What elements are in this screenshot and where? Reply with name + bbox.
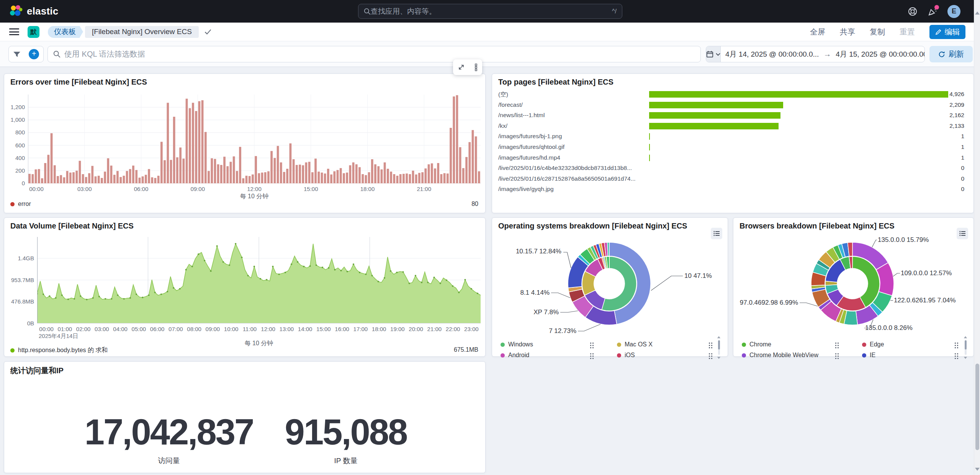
error-bar[interactable] <box>170 160 172 183</box>
date-picker-button[interactable] <box>706 46 721 62</box>
page-scrollbar[interactable] <box>974 0 980 475</box>
error-bar[interactable] <box>286 169 288 183</box>
error-bar[interactable] <box>179 147 182 183</box>
legend-actions-icon[interactable] <box>835 353 839 359</box>
error-bar[interactable] <box>38 169 40 183</box>
error-bar[interactable] <box>421 172 424 183</box>
error-bar[interactable] <box>393 174 395 183</box>
share-button[interactable]: 共享 <box>840 27 855 37</box>
error-bar[interactable] <box>66 171 69 183</box>
sunburst-slice[interactable] <box>607 242 609 256</box>
legend-item[interactable]: IE <box>862 352 875 359</box>
error-bar[interactable] <box>346 173 348 183</box>
error-bar[interactable] <box>126 171 128 183</box>
table-row[interactable]: (空)4,926 <box>492 89 973 100</box>
error-bar[interactable] <box>28 174 31 183</box>
error-bar[interactable] <box>377 166 380 183</box>
error-bar[interactable] <box>402 174 405 183</box>
error-bar[interactable] <box>148 169 150 183</box>
error-bar[interactable] <box>399 174 402 183</box>
error-bar[interactable] <box>337 170 339 183</box>
error-bar[interactable] <box>119 177 122 183</box>
error-bar[interactable] <box>261 173 263 183</box>
error-bar[interactable] <box>35 170 37 183</box>
error-bar[interactable] <box>456 95 458 183</box>
error-bar[interactable] <box>205 132 207 183</box>
error-bar[interactable] <box>396 176 399 183</box>
error-bar[interactable] <box>167 103 169 183</box>
legend-actions-icon[interactable] <box>955 343 958 348</box>
error-bar[interactable] <box>384 162 386 183</box>
error-bar[interactable] <box>381 170 383 183</box>
error-bar[interactable] <box>223 157 226 183</box>
error-bar[interactable] <box>214 159 216 183</box>
error-bar[interactable] <box>151 177 153 183</box>
error-bar[interactable] <box>54 165 56 183</box>
legend-item[interactable]: Android <box>501 352 529 359</box>
error-bar[interactable] <box>314 158 317 183</box>
error-bar[interactable] <box>135 170 137 183</box>
error-bar[interactable] <box>324 173 326 183</box>
error-bar[interactable] <box>468 142 471 183</box>
refresh-button[interactable]: 刷新 <box>929 46 973 62</box>
error-bar[interactable] <box>79 161 81 183</box>
error-bar[interactable] <box>107 158 109 183</box>
error-bar[interactable] <box>160 142 163 183</box>
error-bar[interactable] <box>453 96 455 183</box>
error-bar[interactable] <box>349 165 351 183</box>
error-bar[interactable] <box>308 162 311 183</box>
error-bar[interactable] <box>450 128 452 183</box>
error-bar[interactable] <box>198 101 200 183</box>
error-bar[interactable] <box>69 173 72 183</box>
scrollbar-thumb[interactable] <box>975 364 979 450</box>
error-bar[interactable] <box>428 164 430 183</box>
error-bar[interactable] <box>157 176 160 183</box>
error-bar[interactable] <box>173 117 175 183</box>
filter-icon[interactable] <box>13 51 21 58</box>
error-bar[interactable] <box>186 99 188 183</box>
error-bar[interactable] <box>101 178 103 183</box>
maximize-icon[interactable] <box>458 64 465 71</box>
error-bar[interactable] <box>208 171 210 183</box>
error-bar[interactable] <box>242 178 244 183</box>
error-bar[interactable] <box>60 175 62 183</box>
error-bar[interactable] <box>290 144 292 183</box>
error-bar[interactable] <box>478 171 480 183</box>
legend-scroll-up-icon[interactable] <box>717 336 720 338</box>
error-bar[interactable] <box>330 175 332 183</box>
error-bar[interactable] <box>264 172 267 183</box>
error-bar[interactable] <box>434 168 436 183</box>
space-badge[interactable]: 默 <box>28 26 39 38</box>
error-bar[interactable] <box>63 177 65 183</box>
error-bar[interactable] <box>277 146 279 183</box>
panel-options-icon[interactable] <box>474 64 478 71</box>
error-bar[interactable] <box>85 177 87 183</box>
table-row[interactable]: /live/2025/01/16/c287152876a8a5650501a69… <box>492 174 973 184</box>
fullscreen-button[interactable]: 全屏 <box>810 27 825 37</box>
error-bar[interactable] <box>321 173 323 183</box>
error-bar[interactable] <box>299 165 301 183</box>
error-bar[interactable] <box>333 171 335 183</box>
global-search[interactable]: ^/ <box>358 4 622 19</box>
error-bar[interactable] <box>443 173 446 183</box>
table-row[interactable]: /kx/2,133 <box>492 121 973 131</box>
error-bar[interactable] <box>195 111 197 183</box>
error-bar[interactable] <box>327 169 329 183</box>
error-bar[interactable] <box>75 171 78 183</box>
error-bar[interactable] <box>273 158 276 183</box>
error-bar[interactable] <box>317 171 320 183</box>
error-bar[interactable] <box>201 100 204 183</box>
error-bar[interactable] <box>139 178 141 183</box>
error-bar[interactable] <box>362 174 364 183</box>
error-bar[interactable] <box>424 168 427 183</box>
table-row[interactable]: /images/live/gyqh.jpg0 <box>492 184 973 194</box>
edit-button[interactable]: 编辑 <box>929 25 965 39</box>
error-bar[interactable] <box>462 168 465 183</box>
menu-icon[interactable] <box>9 28 19 35</box>
error-bar[interactable] <box>437 163 439 183</box>
error-bar[interactable] <box>47 155 49 183</box>
error-bar[interactable] <box>368 172 370 183</box>
error-bar[interactable] <box>390 171 392 183</box>
error-bar[interactable] <box>129 169 131 183</box>
error-bar[interactable] <box>211 158 213 183</box>
